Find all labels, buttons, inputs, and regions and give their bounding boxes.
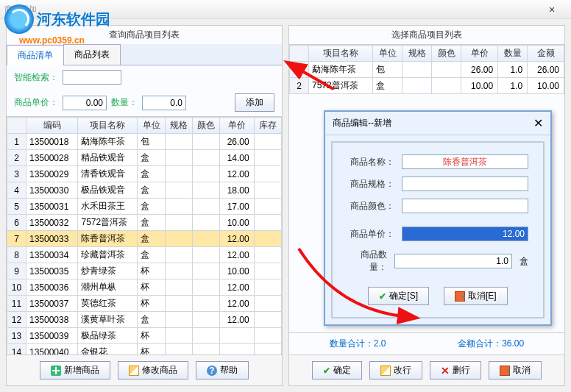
check-icon: ✔ bbox=[379, 291, 386, 302]
edit-icon bbox=[380, 366, 391, 376]
check-icon: ✔ bbox=[323, 366, 330, 376]
exit-icon bbox=[500, 366, 510, 376]
logo-icon bbox=[4, 4, 34, 34]
qty-total: 数量合计：2.0 bbox=[330, 338, 386, 350]
edit-icon bbox=[129, 366, 139, 376]
right-grid[interactable]: 项目名称单位规格颜色单价数量金额1勐海陈年茶包26.001.026.002757… bbox=[289, 44, 564, 94]
modal-cancel-button[interactable]: 取消[E] bbox=[444, 287, 508, 305]
price-input[interactable] bbox=[63, 96, 107, 110]
right-panel-title: 选择商品项目列表 bbox=[289, 26, 564, 44]
search-label: 智能检索： bbox=[14, 71, 58, 84]
modal-qty-label: 商品数量： bbox=[347, 249, 387, 274]
table-row[interactable]: 1勐海陈年茶包26.001.026.00 bbox=[290, 62, 564, 78]
table-row[interactable]: 813500034珍藏普洱茶盒12.00 bbox=[7, 247, 282, 263]
table-row[interactable]: 1313500039极品绿茶杯 bbox=[7, 328, 282, 344]
modal-title: 商品编辑--新增 bbox=[333, 117, 391, 129]
modal-color-label: 商品颜色： bbox=[347, 200, 394, 213]
delete-row-button[interactable]: ✕删行 bbox=[430, 361, 481, 379]
modal-qty-input[interactable] bbox=[394, 254, 512, 268]
help-icon: ? bbox=[207, 366, 217, 376]
qty-input[interactable] bbox=[142, 96, 186, 110]
plus-icon bbox=[51, 366, 61, 376]
edit-product-button[interactable]: 修改商品 bbox=[118, 361, 188, 379]
table-row[interactable]: 1113500037英德红茶杯12.00 bbox=[7, 296, 282, 312]
edit-row-button[interactable]: 改行 bbox=[369, 361, 422, 379]
modal-price-input[interactable] bbox=[402, 227, 528, 241]
help-button[interactable]: ?帮助 bbox=[196, 361, 249, 379]
search-input[interactable] bbox=[63, 70, 121, 85]
add-button[interactable]: 添加 bbox=[235, 93, 274, 112]
cancel-button[interactable]: 取消 bbox=[489, 361, 542, 379]
modal-spec-input[interactable] bbox=[402, 177, 528, 191]
table-row[interactable]: 713500033陈香普洱茶盒12.00 bbox=[7, 231, 282, 247]
table-row[interactable]: 27572普洱茶盒10.001.010.00 bbox=[290, 78, 564, 94]
watermark-text: 河东软件园 bbox=[37, 10, 110, 29]
left-grid[interactable]: 编码项目名称单位规格颜色单价库存113500018勐海陈年茶包26.002135… bbox=[7, 116, 282, 354]
modal-price-label: 商品单价： bbox=[347, 228, 394, 240]
modal-qty-unit: 盒 bbox=[519, 255, 528, 268]
table-row[interactable]: 1213500038溪黄草叶茶盒12.00 bbox=[7, 312, 282, 328]
tab-product-items[interactable]: 商品列表 bbox=[63, 44, 121, 65]
table-row[interactable]: 113500018勐海陈年茶包26.00 bbox=[7, 134, 282, 150]
table-row[interactable]: 313500029清香铁观音盒12.00 bbox=[7, 166, 282, 182]
modal-close-button[interactable]: ✕ bbox=[533, 116, 543, 130]
exit-icon bbox=[455, 291, 465, 302]
modal-spec-label: 商品规格： bbox=[347, 178, 394, 190]
delete-icon: ✕ bbox=[441, 365, 450, 377]
watermark-url: www.pc0359.cn bbox=[19, 35, 85, 46]
table-row[interactable]: 513500031水禾田茶王盒17.00 bbox=[7, 199, 282, 215]
watermark: 河东软件园 www.pc0359.cn bbox=[4, 4, 110, 34]
modal-ok-button[interactable]: ✔确定[S] bbox=[368, 287, 429, 305]
qty-label: 数量： bbox=[111, 96, 138, 109]
new-product-button[interactable]: 新增商品 bbox=[40, 361, 110, 379]
amt-total: 金额合计：36.00 bbox=[458, 338, 524, 350]
modal-name-label: 商品名称： bbox=[347, 156, 394, 168]
tab-product-list[interactable]: 商品清单 bbox=[7, 45, 64, 65]
totals-bar: 数量合计：2.0 金额合计：36.00 bbox=[289, 332, 564, 354]
left-panel: 查询商品项目列表 商品清单 商品列表 智能检索： 商品单价： 数量： 添加 编码… bbox=[6, 25, 283, 386]
table-row[interactable]: 1013500036潮州单枞杯12.00 bbox=[7, 279, 282, 296]
table-row[interactable]: 213500028精品铁观音盒14.00 bbox=[7, 150, 282, 166]
modal-product-edit: 商品编辑--新增 ✕ 商品名称： 商品规格： 商品颜色： 商品单价： 商品数量：… bbox=[324, 110, 552, 326]
table-row[interactable]: 913500035炒青绿茶杯10.00 bbox=[7, 263, 282, 279]
table-row[interactable]: 413500030极品铁观音盒18.00 bbox=[7, 182, 282, 199]
window-close-button[interactable]: × bbox=[537, 4, 567, 15]
modal-color-input[interactable] bbox=[402, 199, 528, 213]
table-row[interactable]: 1413500040金银花杯 bbox=[7, 344, 282, 355]
modal-name-input[interactable] bbox=[402, 154, 528, 169]
ok-button[interactable]: ✔确定 bbox=[312, 361, 362, 379]
tabs: 商品清单 商品列表 bbox=[7, 44, 282, 65]
price-label: 商品单价： bbox=[14, 96, 58, 109]
table-row[interactable]: 6135000327572普洱茶盒10.00 bbox=[7, 215, 282, 231]
